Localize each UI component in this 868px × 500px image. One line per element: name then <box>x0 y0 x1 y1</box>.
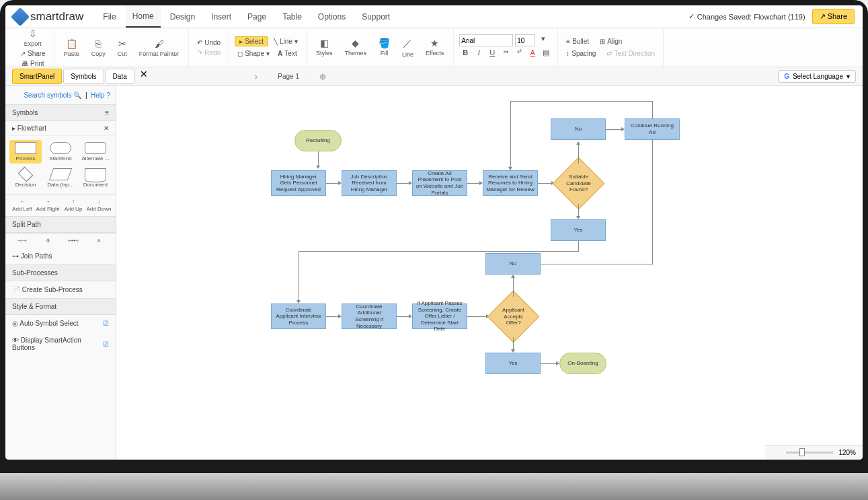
logo-icon <box>11 7 30 26</box>
menu-page[interactable]: Page <box>241 7 273 27</box>
search-symbols-link[interactable]: Search symbols 🔍 <box>24 92 81 99</box>
font-color-button[interactable]: A <box>526 48 539 61</box>
node-onboarding[interactable]: On-Boarding <box>559 353 606 374</box>
align-button[interactable]: ⊞ Align <box>597 36 625 46</box>
redo-button[interactable]: ↷ Redo <box>194 48 223 58</box>
share-button[interactable]: ↗ Share <box>812 9 855 24</box>
symbol-process[interactable]: Process <box>9 140 42 164</box>
spacing-button[interactable]: ⫶ Spacing <box>563 48 598 59</box>
symbol-startend[interactable]: Start/End <box>44 140 77 164</box>
help-link[interactable]: Help ? <box>91 92 110 99</box>
size-select[interactable] <box>515 34 535 46</box>
node-no-2[interactable]: No <box>485 253 541 275</box>
close-panel-button[interactable]: ✕ <box>136 69 152 84</box>
node-hiring-approved[interactable]: Hiring Manager Gets Personnel Request Ap… <box>271 170 326 196</box>
menu-support[interactable]: Support <box>355 7 397 27</box>
close-icon[interactable]: ✕ <box>104 124 109 132</box>
undo-button[interactable]: ↶ Undo <box>194 38 223 48</box>
join-paths-button[interactable]: ⊶ Join Paths <box>5 248 116 264</box>
menu-table[interactable]: Table <box>276 7 309 27</box>
highlight-button[interactable]: ▤ <box>540 48 552 61</box>
checkbox-on-icon: ☑ <box>103 320 109 327</box>
menu-options[interactable]: Options <box>311 7 352 27</box>
create-sub-process-button[interactable]: 📄 Create Sub-Process <box>5 281 116 298</box>
paste-button[interactable]: 📋Paste <box>60 37 83 59</box>
zoom-thumb[interactable] <box>799 448 805 456</box>
subscript-button[interactable]: x₂ <box>500 48 512 61</box>
symbol-decision[interactable]: Decision <box>9 166 42 190</box>
split-3[interactable]: ⊶⊷ <box>61 238 86 244</box>
effects-icon: ★ <box>430 38 439 48</box>
node-interview[interactable]: Coordinate Applicant Interview Process <box>271 303 326 329</box>
cut-button[interactable]: ✂Cut <box>114 37 131 59</box>
add-right-button[interactable]: →Add Right <box>35 199 61 212</box>
add-page-button[interactable]: ⊕ <box>319 72 326 81</box>
superscript-button[interactable]: x² <box>513 48 525 61</box>
node-job-description[interactable]: Job Description Received from Hiring Man… <box>342 170 397 196</box>
node-create-ad[interactable]: Create Ad Placement to Post on Website a… <box>412 170 467 196</box>
font-select[interactable] <box>459 34 513 46</box>
format-painter-button[interactable]: 🖌Format Painter <box>135 37 184 59</box>
bold-button[interactable]: B <box>459 48 471 61</box>
symbol-alternate[interactable]: Alternate ... <box>79 140 112 164</box>
text-direction-button[interactable]: ⇄ Text Direction <box>604 48 658 59</box>
share-mini-button[interactable]: ↗ Share <box>17 48 48 59</box>
sidebar: Search symbols 🔍 | Help ? Symbols≡ ▸ Flo… <box>5 86 116 460</box>
tab-data[interactable]: Data <box>106 69 134 84</box>
node-recruiting[interactable]: Recruiting <box>294 130 342 151</box>
bullet-button[interactable]: ≡ Bullet <box>563 36 592 46</box>
node-continue-ad[interactable]: Continue Running Ad <box>625 118 680 140</box>
select-tool[interactable]: ▸ Select <box>235 36 268 46</box>
menu-home[interactable]: Home <box>126 6 161 28</box>
node-screening[interactable]: Coordinate Additional Screening if Neces… <box>342 303 397 329</box>
split-1[interactable]: ⊸⊸ <box>9 238 35 244</box>
effects-button[interactable]: ★Effects <box>422 36 448 59</box>
menu-file[interactable]: File <box>96 7 122 27</box>
symbols-header[interactable]: Symbols≡ <box>5 104 116 121</box>
themes-button[interactable]: ◆Themes <box>340 36 370 59</box>
underline-button[interactable]: U <box>486 48 498 61</box>
tab-symbols[interactable]: Symbols <box>63 69 104 84</box>
node-offer-letter[interactable]: If Applicant Passes Screening, Create Of… <box>412 303 467 329</box>
add-up-button[interactable]: ↑Add Up <box>61 199 86 212</box>
menu-insert[interactable]: Insert <box>204 7 238 27</box>
add-left-button[interactable]: ←Add Left <box>9 199 35 212</box>
app-name: smartdraw <box>30 10 83 24</box>
node-candidate-found[interactable]: Suitable Candidate Found? <box>553 157 605 210</box>
display-smartaction-toggle[interactable]: 👁 Display SmartAction Buttons☑ <box>5 332 116 356</box>
arrow-left-icon: ← <box>19 199 25 205</box>
tab-smartpanel[interactable]: SmartPanel <box>12 69 62 84</box>
italic-button[interactable]: I <box>473 48 485 61</box>
symbol-document[interactable]: Document <box>79 166 112 190</box>
node-no-1[interactable]: No <box>551 118 606 140</box>
arrow-right-icon: → <box>45 199 50 205</box>
export-button[interactable]: ⇩Export <box>20 27 46 48</box>
split1-icon: ⊸⊸ <box>17 238 27 244</box>
node-accepts-offer[interactable]: Applicant Accepts Offer? <box>487 291 540 343</box>
node-yes-2[interactable]: Yes <box>485 353 541 374</box>
page-tab-1[interactable]: Page 1 <box>264 70 313 83</box>
text-tool[interactable]: A Text <box>275 48 300 59</box>
prev-page[interactable]: › <box>254 71 258 83</box>
symbol-data[interactable]: Data (Inp... <box>44 166 77 190</box>
zoom-slider[interactable] <box>786 452 833 454</box>
node-yes-1[interactable]: Yes <box>551 219 606 241</box>
add-down-button[interactable]: ↓Add Down <box>86 199 112 212</box>
language-select[interactable]: G Select Language ▾ <box>778 70 856 83</box>
auto-symbol-toggle[interactable]: ◎ Auto Symbol Select☑ <box>5 315 116 332</box>
line-style-button[interactable]: ／Line <box>398 36 418 59</box>
split-4[interactable]: ⋏ <box>86 238 112 244</box>
font-dropdown[interactable]: ▾ <box>537 34 549 46</box>
styles-button[interactable]: ◧Styles <box>312 36 337 59</box>
node-receive-resumes[interactable]: Receive and Send Resumes to Hiring Manag… <box>483 170 538 196</box>
menu-design[interactable]: Design <box>163 7 202 27</box>
help-icon: ? <box>106 92 110 99</box>
flowchart-header[interactable]: ▸ Flowchart✕ <box>5 121 116 136</box>
line-tool[interactable]: ╲ Line ▾ <box>271 36 301 46</box>
fill-button[interactable]: 🪣Fill <box>374 36 394 59</box>
shape-tool[interactable]: ◻ Shape ▾ <box>235 48 272 59</box>
canvas[interactable]: Recruiting Hiring Manager Gets Personnel… <box>116 86 863 460</box>
sub-processes-header: Sub-Processes <box>5 264 116 281</box>
split-2[interactable]: ⋔ <box>35 238 61 244</box>
copy-button[interactable]: ⎘Copy <box>87 37 110 59</box>
